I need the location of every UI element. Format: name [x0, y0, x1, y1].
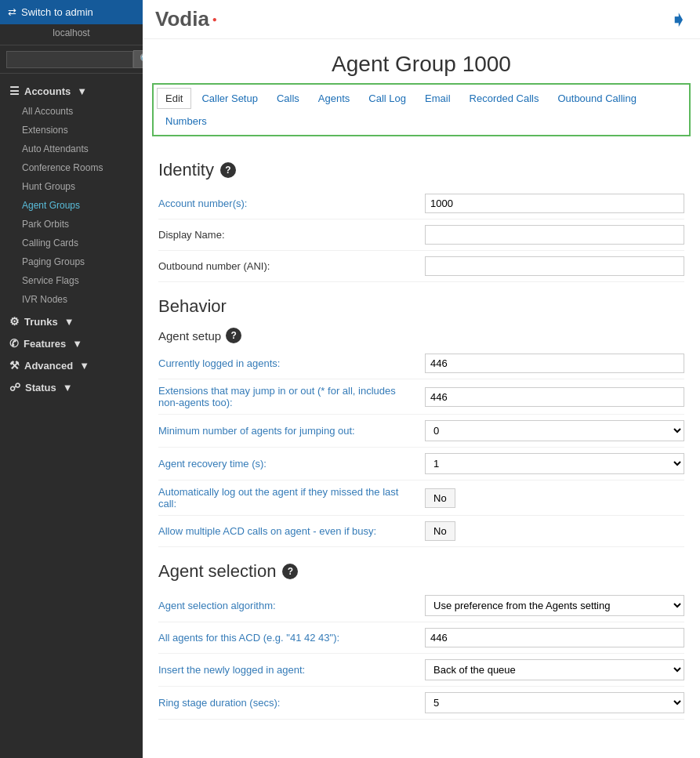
sidebar-item-extensions[interactable]: Extensions — [0, 121, 143, 140]
switch-icon: ⇄ — [8, 6, 16, 18]
multiple-acd-label: Allow multiple ACD calls on agent - even… — [158, 525, 425, 537]
auto-logout-button[interactable]: No — [425, 488, 455, 508]
agent-setup-help-icon[interactable]: ? — [226, 328, 241, 343]
accounts-icon: ☰ — [9, 85, 20, 97]
all-agents-input[interactable] — [425, 628, 684, 647]
sidebar-search: 🔍 — [0, 45, 143, 74]
tab-call-log[interactable]: Call Log — [360, 88, 415, 109]
minimum-agents-label: Minimum number of agents for jumping out… — [158, 425, 425, 437]
tab-outbound-calling[interactable]: Outbound Calling — [549, 88, 644, 109]
agent-recovery-value: 1 2 3 5 10 — [425, 453, 684, 474]
advanced-caret: ▼ — [79, 360, 89, 372]
tab-recorded-calls[interactable]: Recorded Calls — [461, 88, 548, 109]
features-menu[interactable]: ✆ Features ▼ — [0, 332, 143, 354]
ring-stage-row: Ring stage duration (secs): 5 10 15 20 3… — [158, 687, 684, 720]
algorithm-label: Agent selection algorithm: — [158, 600, 425, 611]
identity-section-header: Identity ? — [158, 160, 684, 180]
algorithm-select[interactable]: Use preference from the Agents setting R… — [425, 595, 684, 616]
sidebar-item-paging-groups[interactable]: Paging Groups — [0, 252, 143, 271]
auto-logout-value: No — [425, 488, 684, 508]
multiple-acd-value: No — [425, 521, 684, 541]
advanced-icon: ⚒ — [9, 359, 20, 372]
search-input[interactable] — [6, 51, 133, 68]
account-number-row: Account number(s): — [158, 188, 684, 219]
logo-dot: ● — [212, 15, 217, 24]
currently-logged-label: Currently logged in agents: — [158, 357, 425, 369]
advanced-menu[interactable]: ⚒ Advanced ▼ — [0, 354, 143, 376]
sidebar-item-calling-cards[interactable]: Calling Cards — [0, 234, 143, 252]
tab-calls[interactable]: Calls — [268, 88, 308, 109]
display-name-value — [425, 225, 684, 245]
insert-agent-select[interactable]: Back of the queue Front of the queue — [425, 659, 684, 680]
trunks-caret: ▼ — [64, 316, 74, 328]
outbound-number-label: Outbound number (ANI): — [158, 260, 425, 272]
edit-content: Identity ? Account number(s): Display Na… — [143, 146, 700, 743]
account-number-label: Account number(s): — [158, 198, 425, 209]
main-content: Vodia● ➧ Agent Group 1000 Edit Caller Se… — [143, 0, 700, 758]
auto-logout-row: Automatically log out the agent if they … — [158, 481, 684, 516]
algorithm-value: Use preference from the Agents setting R… — [425, 595, 684, 616]
search-button[interactable]: 🔍 — [133, 50, 143, 68]
page-title-bar: Agent Group 1000 — [143, 39, 700, 83]
ring-stage-value: 5 10 15 20 30 — [425, 692, 684, 713]
features-caret: ▼ — [72, 338, 82, 350]
agent-recovery-row: Agent recovery time (s): 1 2 3 5 10 — [158, 448, 684, 481]
display-name-label: Display Name: — [158, 229, 425, 241]
features-icon: ✆ — [9, 337, 19, 350]
sidebar-item-park-orbits[interactable]: Park Orbits — [0, 215, 143, 234]
algorithm-row: Agent selection algorithm: Use preferenc… — [158, 589, 684, 622]
trunks-icon: ⚙ — [9, 315, 20, 328]
hostname-label: localhost — [0, 24, 143, 45]
status-menu[interactable]: ☍ Status ▼ — [0, 376, 143, 398]
tab-agents[interactable]: Agents — [310, 88, 358, 109]
switch-to-admin-button[interactable]: ⇄ Switch to admin — [0, 0, 143, 24]
currently-logged-row: Currently logged in agents: — [158, 348, 684, 379]
outbound-number-value — [425, 256, 684, 276]
display-name-row: Display Name: — [158, 219, 684, 251]
status-caret: ▼ — [63, 382, 73, 394]
currently-logged-input[interactable] — [425, 354, 684, 373]
extensions-jump-value — [425, 387, 684, 407]
sidebar: ⇄ Switch to admin localhost 🔍 ☰ Accounts… — [0, 0, 143, 758]
accounts-menu[interactable]: ☰ Accounts ▼ — [0, 80, 143, 102]
sidebar-item-ivr-nodes[interactable]: IVR Nodes — [0, 290, 143, 309]
ring-stage-label: Ring stage duration (secs): — [158, 697, 425, 709]
account-number-input[interactable] — [425, 194, 684, 213]
tab-email[interactable]: Email — [416, 88, 459, 109]
display-name-input[interactable] — [425, 225, 684, 245]
accounts-caret: ▼ — [77, 85, 87, 97]
all-agents-label: All agents for this ACD (e.g. "41 42 43"… — [158, 632, 425, 644]
account-number-value — [425, 194, 684, 213]
sidebar-item-agent-groups[interactable]: Agent Groups — [0, 196, 143, 215]
extensions-jump-label: Extensions that may jump in or out (* fo… — [158, 385, 425, 408]
insert-agent-value: Back of the queue Front of the queue — [425, 659, 684, 680]
agent-setup-header: Agent setup ? — [158, 328, 684, 343]
insert-agent-row: Insert the newly logged in agent: Back o… — [158, 654, 684, 687]
agent-recovery-select[interactable]: 1 2 3 5 10 — [425, 453, 684, 474]
tab-numbers[interactable]: Numbers — [157, 111, 216, 132]
sidebar-item-auto-attendants[interactable]: Auto Attendants — [0, 140, 143, 158]
multiple-acd-button[interactable]: No — [425, 521, 455, 541]
tab-caller-setup[interactable]: Caller Setup — [193, 88, 267, 109]
sidebar-item-all-accounts[interactable]: All Accounts — [0, 102, 143, 121]
trunks-menu[interactable]: ⚙ Trunks ▼ — [0, 310, 143, 332]
agent-selection-help-icon[interactable]: ? — [282, 564, 298, 579]
tab-edit[interactable]: Edit — [157, 88, 191, 109]
ring-stage-select[interactable]: 5 10 15 20 30 — [425, 692, 684, 713]
outbound-number-input[interactable] — [425, 256, 684, 276]
behavior-section-header: Behavior — [158, 296, 684, 317]
agent-selection-section-header: Agent selection ? — [158, 561, 684, 582]
extensions-jump-row: Extensions that may jump in or out (* fo… — [158, 379, 684, 415]
sidebar-item-conference-rooms[interactable]: Conference Rooms — [0, 158, 143, 177]
extensions-jump-input[interactable] — [425, 387, 684, 407]
logout-icon[interactable]: ➧ — [669, 6, 687, 32]
sidebar-item-hunt-groups[interactable]: Hunt Groups — [0, 177, 143, 196]
all-agents-row: All agents for this ACD (e.g. "41 42 43"… — [158, 622, 684, 654]
identity-help-icon[interactable]: ? — [220, 162, 236, 178]
status-icon: ☍ — [9, 381, 20, 394]
tabs-container: Edit Caller Setup Calls Agents Call Log … — [152, 83, 691, 136]
vodia-logo: Vodia● — [155, 7, 217, 31]
header: Vodia● ➧ — [143, 0, 700, 39]
minimum-agents-select[interactable]: 0 1 2 3 — [425, 420, 684, 441]
sidebar-item-service-flags[interactable]: Service Flags — [0, 271, 143, 290]
